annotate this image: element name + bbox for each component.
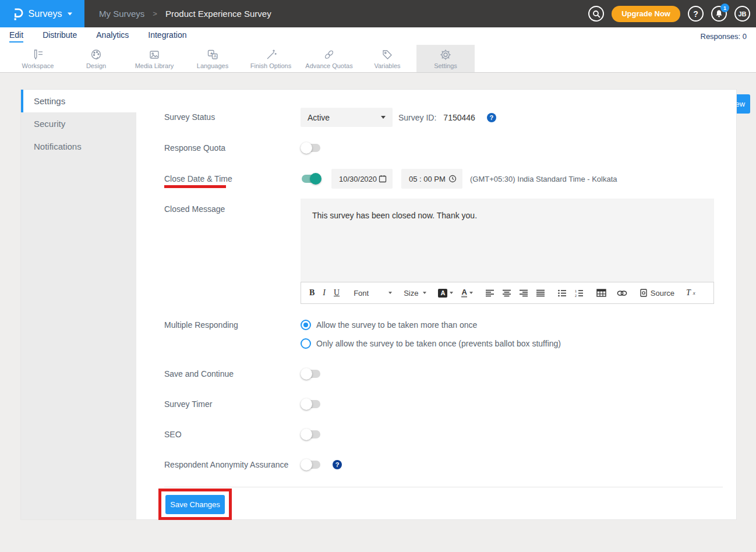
chevron-down-icon — [450, 292, 453, 294]
table-icon — [596, 289, 606, 297]
justify-icon — [536, 289, 545, 297]
radio-multiple-allowed[interactable] — [301, 320, 311, 330]
response-quota-toggle[interactable] — [301, 142, 322, 154]
gear-icon — [439, 48, 452, 61]
avatar[interactable]: JB — [734, 6, 750, 22]
closed-message-editor[interactable]: This survey has been closed now. Thank y… — [301, 199, 714, 282]
radio-multiple-allowed-label[interactable]: Allow the survey to be taken more than o… — [316, 320, 477, 330]
app-logo-surveys-menu[interactable]: Surveys — [0, 0, 84, 27]
respondent-anonymity-toggle[interactable] — [301, 459, 322, 470]
survey-timer-toggle[interactable] — [301, 398, 322, 410]
respondent-anonymity-help-icon[interactable]: ? — [333, 460, 342, 469]
chevron-down-icon — [469, 292, 473, 294]
insert-link-button[interactable] — [617, 290, 627, 296]
remove-format-button[interactable]: Tx — [686, 288, 695, 298]
underline-button[interactable]: U — [334, 288, 340, 298]
search-button[interactable] — [588, 6, 604, 22]
bulleted-list-button[interactable] — [558, 289, 567, 297]
bold-button[interactable]: B — [309, 288, 315, 298]
toolbar-item-advance-quotas[interactable]: Advance Quotas — [300, 45, 358, 72]
questionpro-logo-icon — [12, 6, 23, 22]
align-left-button[interactable] — [486, 289, 494, 297]
numbered-list-icon: 12 — [575, 289, 584, 297]
toolbar-item-workspace[interactable]: Workspace — [9, 45, 67, 72]
workspace-icon — [31, 48, 44, 61]
tab-analytics[interactable]: Analytics — [96, 30, 129, 43]
radio-take-once[interactable] — [301, 338, 311, 349]
survey-timer-label: Survey Timer — [164, 398, 212, 410]
size-dropdown[interactable]: Size — [404, 289, 426, 298]
text-color-button[interactable]: A — [461, 288, 472, 298]
help-button[interactable]: ? — [688, 6, 704, 22]
justify-button[interactable] — [536, 289, 545, 297]
tab-distribute[interactable]: Distribute — [43, 30, 77, 43]
svg-text:A: A — [214, 54, 217, 59]
toolbar-item-languages[interactable]: ★ A Languages — [183, 45, 242, 72]
toolbar-item-design[interactable]: Design — [67, 45, 125, 72]
radio-take-once-label[interactable]: Only allow the survey to be taken once (… — [316, 338, 561, 349]
background-color-button[interactable]: A — [438, 289, 453, 298]
sidebar-item-settings[interactable]: Settings — [21, 90, 136, 112]
sidebar-item-notifications[interactable]: Notifications — [21, 135, 136, 158]
close-date-time-toggle[interactable] — [301, 173, 322, 185]
bulleted-list-icon — [558, 289, 567, 297]
toolbar-item-finish-options[interactable]: Finish Options — [242, 45, 300, 72]
chevron-down-icon — [68, 12, 72, 15]
primary-nav: Edit Distribute Analytics Integration Re… — [0, 27, 756, 45]
richtext-toolbar: B I U Font Size A A 12 — [301, 282, 714, 304]
respondent-anonymity-label: Respondent Anonymity Assurance — [164, 459, 288, 470]
breadcrumb-my-surveys[interactable]: My Surveys — [99, 9, 144, 19]
response-quota-label: Response Quota — [164, 142, 225, 154]
tab-integration[interactable]: Integration — [148, 30, 186, 43]
annotation-red-underline — [164, 185, 226, 188]
chevron-down-icon — [388, 292, 392, 294]
chain-links-icon — [323, 48, 335, 61]
save-changes-button[interactable]: Save Changes — [165, 495, 225, 514]
tag-icon — [381, 48, 394, 61]
align-center-button[interactable] — [503, 289, 511, 297]
insert-table-button[interactable] — [596, 289, 606, 297]
magic-wand-icon — [264, 48, 277, 61]
toolbar-item-media-library[interactable]: Media Library — [125, 45, 183, 72]
link-icon — [617, 290, 627, 296]
clock-icon — [448, 175, 457, 183]
timezone-text: (GMT+05:30) India Standard Time - Kolkat… — [470, 169, 617, 189]
settings-sidebar: Settings Security Notifications — [21, 90, 136, 519]
close-time-input[interactable]: 05 : 00 PM — [401, 169, 462, 189]
product-name: Surveys — [29, 9, 62, 19]
align-right-icon — [520, 289, 528, 297]
upgrade-now-button[interactable]: Upgrade Now — [612, 6, 680, 22]
save-and-continue-toggle[interactable] — [301, 368, 322, 380]
align-left-icon — [486, 289, 494, 297]
sidebar-item-security[interactable]: Security — [21, 112, 136, 135]
survey-toolbar: Workspace Design Media Library ★ A Langu… — [0, 45, 756, 73]
close-date-time-label: Close Date & Time — [164, 173, 232, 185]
survey-id-help-icon[interactable]: ? — [487, 113, 496, 122]
save-and-continue-label: Save and Continue — [164, 368, 234, 380]
translate-icon: ★ A — [206, 48, 219, 61]
font-dropdown[interactable]: Font — [354, 289, 392, 298]
italic-button[interactable]: I — [323, 288, 326, 298]
toolbar-item-variables[interactable]: Variables — [358, 45, 416, 72]
source-button[interactable]: Source — [640, 289, 674, 298]
divider — [164, 487, 723, 487]
settings-panel: Settings Security Notifications Survey S… — [20, 89, 737, 520]
multiple-responding-label: Multiple Responding — [164, 320, 238, 330]
toolbar-item-settings[interactable]: Settings — [416, 45, 475, 72]
close-date-input[interactable]: 10/30/2020 — [331, 169, 393, 189]
survey-status-select[interactable]: Active — [301, 108, 393, 127]
image-icon — [148, 48, 161, 61]
breadcrumb-separator: > — [153, 9, 157, 18]
annotation-red-box: Save Changes — [158, 489, 232, 520]
survey-id-label: Survey ID: — [398, 113, 436, 122]
tab-edit[interactable]: Edit — [9, 30, 23, 43]
notifications-button[interactable]: 1 — [711, 6, 727, 22]
responses-count: Responses: 0 — [701, 32, 747, 41]
top-header: Surveys My Surveys > Product Experience … — [0, 0, 756, 27]
svg-text:1: 1 — [575, 289, 577, 293]
seo-toggle[interactable] — [301, 429, 322, 440]
breadcrumb-survey-title: Product Experience Survey — [165, 9, 271, 19]
chevron-down-icon — [423, 292, 426, 294]
numbered-list-button[interactable]: 12 — [575, 289, 584, 297]
align-right-button[interactable] — [520, 289, 528, 297]
